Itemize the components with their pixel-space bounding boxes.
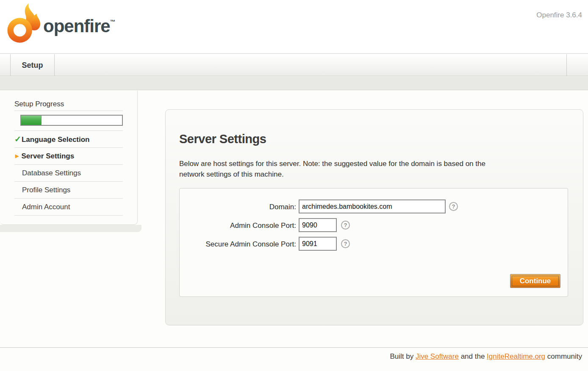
sidebar-item-profile-settings[interactable]: Profile Settings: [0, 182, 123, 199]
logo-wordmark: openfire™: [43, 16, 115, 36]
progress-bar-fill: [21, 116, 42, 125]
progress-bar: [20, 115, 123, 126]
page-description: Below are host settings for this server.…: [179, 158, 485, 180]
sidebar-item-admin-account[interactable]: Admin Account: [0, 199, 123, 216]
admin-console-port-input[interactable]: [299, 218, 337, 232]
header: openfire™ Openfire 3.6.4: [0, 0, 588, 54]
tab-bar: Setup: [0, 54, 588, 76]
setup-progress-sidebar: Setup Progress ✓Language Selection ▶Serv…: [0, 91, 138, 225]
check-icon: ✓: [14, 135, 21, 144]
description-line-1: Below are host settings for this server.…: [179, 158, 485, 169]
jive-software-link[interactable]: Jive Software: [416, 352, 459, 360]
sidebar-item-label: Admin Account: [22, 203, 70, 211]
domain-input[interactable]: [299, 199, 446, 213]
description-line-2: network settings of this machine.: [179, 169, 485, 180]
footer-text: Built by: [390, 352, 415, 360]
footer-text: and the: [459, 352, 487, 360]
sidebar-item-label: Database Settings: [22, 169, 81, 177]
sidebar-item-database-settings[interactable]: Database Settings: [0, 165, 123, 182]
admin-console-port-label: Admin Console Port:: [180, 219, 296, 233]
continue-button[interactable]: Continue: [510, 274, 560, 288]
secure-admin-console-port-label: Secure Admin Console Port:: [180, 237, 296, 251]
sidebar-item-label: Language Selection: [22, 136, 90, 144]
domain-label: Domain:: [180, 200, 296, 214]
server-settings-form: Domain: ? Admin Console Port: ? Secure A…: [179, 188, 568, 297]
divider: [14, 215, 123, 216]
version-label: Openfire 3.6.4: [536, 11, 582, 19]
setup-progress-title: Setup Progress: [14, 99, 123, 111]
current-step-arrow-icon: ▶: [15, 153, 19, 158]
tab-bar-end-divider: [566, 54, 567, 76]
progress-bar-row: [14, 111, 123, 131]
sidebar-item-label: Server Settings: [21, 152, 74, 160]
sidebar-item-label: Profile Settings: [22, 186, 70, 194]
help-icon[interactable]: ?: [341, 221, 350, 230]
openfire-logo: openfire™: [6, 2, 133, 48]
page-title: Server Settings: [179, 132, 266, 146]
tab-setup[interactable]: Setup: [10, 54, 55, 76]
help-icon[interactable]: ?: [449, 202, 458, 211]
subnav-band: [0, 77, 588, 90]
footer-credits: Built by Jive Software and the IgniteRea…: [390, 352, 582, 361]
footer-text: community: [545, 352, 582, 360]
footer-divider: [0, 347, 588, 348]
igniterealtime-link[interactable]: IgniteRealtime.org: [487, 352, 545, 360]
flame-logo-icon: [6, 3, 42, 45]
page: openfire™ Openfire 3.6.4 Setup Setup Pro…: [0, 0, 588, 371]
sidebar-item-server-settings[interactable]: ▶Server Settings: [0, 148, 123, 165]
main-content-panel: Server Settings Below are host settings …: [165, 109, 583, 325]
sidebar-backdrop: [0, 225, 141, 232]
trademark-symbol: ™: [110, 19, 115, 25]
secure-admin-console-port-input[interactable]: [299, 237, 337, 251]
sidebar-item-language-selection[interactable]: ✓Language Selection: [0, 131, 123, 148]
help-icon[interactable]: ?: [341, 239, 350, 248]
